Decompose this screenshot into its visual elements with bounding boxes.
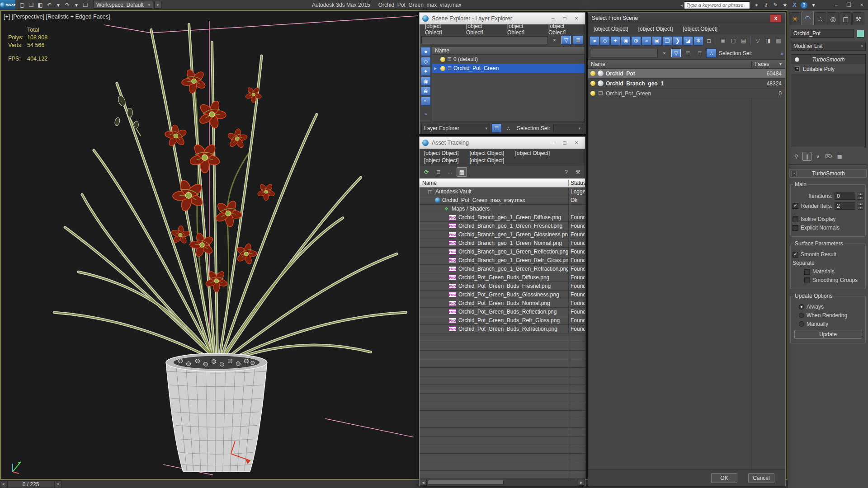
asset-row[interactable]: Orchid_Branch_geo_1_Green_Normal.png Fou… [420, 239, 585, 248]
select-from-scene-title-bar[interactable]: Select From Scene x [588, 13, 785, 23]
object-row[interactable]: Orchid_Branch_geo_1 48324 [588, 79, 785, 89]
smoothing-groups-checkbox[interactable] [804, 277, 810, 283]
ok-button[interactable]: OK [711, 473, 737, 483]
object-color-swatch[interactable] [857, 30, 864, 38]
layers-icon[interactable]: ≣ [491, 123, 502, 133]
display-helpers-icon[interactable]: ⊕ [421, 87, 431, 96]
isoline-display-checkbox[interactable] [793, 216, 798, 222]
object-row[interactable]: Orchid_Pot 60484 [588, 69, 785, 79]
se-close-button[interactable]: × [571, 14, 582, 23]
layer-row[interactable]: ≣ 0 (default) [432, 55, 585, 64]
display-all-icon[interactable]: ≣ [718, 36, 728, 46]
viewport-label[interactable]: [+] [Perspective] [Realistic + Edged Fac… [4, 14, 110, 20]
radio-button[interactable] [799, 313, 804, 318]
report-view-icon[interactable]: ≣ [433, 167, 443, 177]
menu-item[interactable]: [object Object] [425, 23, 456, 36]
display-helpers-icon[interactable]: ⊕ [631, 36, 641, 46]
asset-row[interactable]: Orchid_Branch_geo_1_Green_Fresnel.png Fo… [420, 222, 585, 230]
infocenter-search-input[interactable] [684, 1, 750, 9]
cancel-button[interactable]: Cancel [748, 473, 774, 483]
tab-hierarchy[interactable]: ∴ [814, 12, 826, 25]
help-icon[interactable]: ? [801, 2, 807, 9]
explorer-mode-combo[interactable]: Layer Explorer▾ [421, 124, 490, 132]
update-option-row[interactable]: Manually [799, 321, 863, 327]
menu-item[interactable]: [object Object] [466, 23, 497, 36]
asset-row[interactable]: Orchid_Branch_geo_1_Green_Diffuse.png Fo… [420, 213, 585, 222]
next-frame-button[interactable]: > [54, 480, 61, 488]
asset-row[interactable]: Orchid_Pot_Green_Buds_Refr_Gloss.png Fou… [420, 316, 585, 325]
modifier-icon[interactable] [795, 57, 799, 62]
restore-button[interactable]: ❐ [843, 0, 855, 9]
at-close-button[interactable]: × [571, 139, 582, 147]
display-geometry-icon[interactable]: ● [590, 36, 599, 46]
asset-info-icon[interactable]: ? [561, 167, 571, 177]
display-shapes-icon[interactable]: ◇ [600, 36, 610, 46]
asset-row[interactable]: Maps / Shaders [420, 205, 585, 213]
tab-display[interactable]: ▢ [840, 12, 852, 25]
asset-row[interactable]: Orchid_Pot_Green_Buds_Diffuse.png Found [420, 273, 585, 282]
rollout-header[interactable]: - TurboSmooth [789, 169, 867, 178]
clear-search-icon[interactable]: × [549, 35, 560, 45]
render-iters-spinner[interactable] [858, 202, 863, 210]
subscription-key-icon[interactable]: ⚷ [761, 1, 771, 9]
layer-list-header[interactable]: Name [432, 47, 585, 55]
layer-visibility-icon[interactable] [440, 66, 445, 71]
pin-stack-icon[interactable]: ⚲ [792, 152, 801, 161]
table-view-icon[interactable]: ▦ [457, 167, 467, 177]
display-containers-icon[interactable]: ◪ [683, 36, 693, 46]
workspace-selector[interactable]: Workspace: Default ▾ [93, 1, 153, 9]
asset-horizontal-scrollbar[interactable]: ◄ ► [420, 479, 585, 486]
infocenter-collapse-icon[interactable]: ◂ [680, 3, 683, 8]
redo-dropdown-icon[interactable]: ▾ [72, 1, 80, 9]
tab-create[interactable]: ✳ [789, 12, 801, 25]
previous-frame-button[interactable]: < [0, 480, 7, 488]
asset-row[interactable]: Orchid_Branch_geo_1_Green_Refr_Gloss.png… [420, 256, 585, 265]
redo-icon[interactable]: ↷ [63, 1, 71, 9]
display-shapes-icon[interactable]: ◇ [421, 57, 431, 66]
update-option-row[interactable]: When Rendering [799, 312, 863, 319]
update-option-row[interactable]: Always [799, 304, 863, 310]
save-file-icon[interactable]: ◧ [36, 1, 44, 9]
modifier-stack-row[interactable]: TurboSmooth [791, 55, 865, 64]
object-visibility-icon[interactable] [590, 91, 595, 96]
new-scene-icon[interactable]: ▢ [18, 1, 26, 9]
materials-checkbox[interactable] [804, 269, 810, 275]
menu-item[interactable]: [object Object] [683, 26, 717, 32]
clear-search-icon[interactable]: × [659, 48, 670, 58]
display-frozen-icon[interactable]: ❄ [693, 36, 703, 46]
search-layers-icon[interactable]: ≣ [683, 48, 693, 58]
menu-item[interactable]: [object Object] [515, 150, 550, 156]
display-cameras-icon[interactable]: ◉ [621, 36, 631, 46]
display-spacewarps-icon[interactable]: ≈ [421, 97, 431, 106]
sort-descending-icon[interactable]: ▼ [778, 62, 783, 66]
object-visibility-icon[interactable] [590, 81, 595, 86]
asset-row[interactable]: Autodesk Vault Logged [420, 188, 585, 196]
modifier-icon[interactable]: + [795, 66, 800, 71]
tab-utilities[interactable]: ⚒ [852, 12, 864, 25]
collapse-rollout-icon[interactable]: - [792, 171, 797, 176]
filter-sets-icon[interactable]: ◨ [763, 36, 773, 46]
at-minimize-button[interactable]: – [547, 139, 559, 147]
asset-row[interactable]: Orchid_Pot_Green_Buds_Fresnel.png Found [420, 282, 585, 291]
explicit-normals-checkbox[interactable] [793, 225, 798, 231]
scrollbar-thumb[interactable] [428, 480, 504, 485]
show-hierarchy-icon[interactable]: ∴ [706, 48, 717, 58]
menu-item[interactable]: [object Object] [594, 26, 628, 32]
filter-combinations-icon[interactable]: ▽ [753, 36, 763, 46]
help-dropdown-icon[interactable]: ▾ [809, 1, 818, 9]
asset-row[interactable]: Orchid_Branch_geo_1_Green_Refraction.png… [420, 265, 585, 273]
menu-item[interactable]: [object Object] [424, 157, 459, 164]
column-chooser-icon[interactable]: ▥ [774, 36, 783, 46]
max-logo-menu-button[interactable]: MAX ▾ [0, 0, 15, 10]
display-xrefs-icon[interactable]: ❏ [662, 36, 672, 46]
configure-modifier-sets-icon[interactable]: ▩ [835, 152, 844, 161]
resolve-paths-icon[interactable]: ⚒ [573, 167, 583, 177]
render-iters-field[interactable]: 2 [835, 202, 855, 210]
object-visibility-icon[interactable] [590, 71, 595, 76]
close-icon[interactable]: x [770, 14, 782, 22]
show-end-result-icon[interactable]: ❙ [802, 152, 811, 161]
project-folder-icon[interactable]: ❒ [81, 1, 90, 9]
scroll-right-icon[interactable]: ► [578, 479, 585, 486]
show-layers-icon[interactable]: ≣ [694, 48, 705, 58]
communication-center-icon[interactable]: ✎ [771, 1, 780, 9]
